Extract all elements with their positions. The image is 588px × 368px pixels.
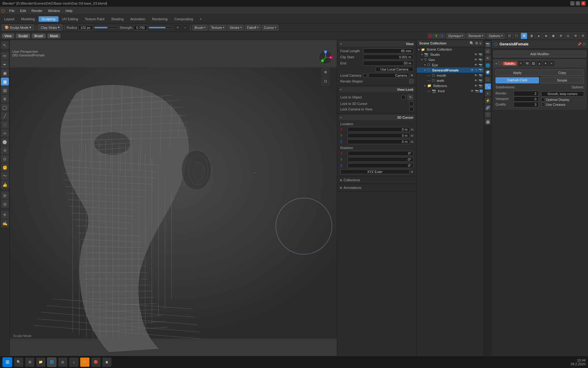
taskbar-taskview[interactable]: ⊟: [25, 358, 34, 367]
geo-render[interactable]: 📷: [478, 58, 483, 62]
tool-grab[interactable]: ✊: [1, 163, 9, 171]
taskbar-edge[interactable]: 🌐: [47, 358, 56, 367]
strength-slider[interactable]: [149, 27, 173, 29]
taskbar-app3[interactable]: ◉: [102, 358, 111, 367]
lock-object-check[interactable]: [401, 95, 405, 99]
taskbar-spotify[interactable]: ♪: [69, 358, 78, 367]
tool-blob[interactable]: ◯: [1, 103, 9, 111]
pp-world[interactable]: 🌍: [485, 69, 491, 75]
end-value[interactable]: 50 m: [363, 61, 413, 66]
workspace-add[interactable]: +: [197, 16, 205, 22]
modifier-visibility-check[interactable]: [498, 62, 501, 65]
tool-layer[interactable]: ▤: [1, 86, 9, 94]
view-lock-header[interactable]: ▾ View Lock: [339, 87, 415, 92]
workspace-modeling[interactable]: Modeling: [18, 16, 38, 22]
cursor-header[interactable]: ▾ 3D Cursor: [339, 115, 415, 120]
viewport-value[interactable]: 0: [514, 96, 539, 102]
tool-grab2[interactable]: ◎: [1, 200, 9, 208]
lock-cursor-check[interactable]: [409, 102, 413, 106]
workspace-animation[interactable]: Animation: [127, 16, 149, 22]
falloff-dropdown[interactable]: Falloff: [245, 25, 261, 30]
options-btn[interactable]: Options: [487, 33, 505, 39]
scene-search[interactable]: 🔍: [469, 41, 474, 45]
tool-select[interactable]: ↖: [1, 41, 9, 49]
vp-icon-7[interactable]: ◉: [550, 33, 557, 39]
smooth-corners-btn[interactable]: Smooth, keep corners: [541, 91, 584, 97]
outliner-front[interactable]: — 📷 front 👁 📷: [417, 88, 484, 94]
taskbar-chrome[interactable]: ◎: [58, 358, 67, 367]
vp-icon-2[interactable]: ⬡: [513, 33, 520, 39]
scene-menu[interactable]: ≡: [479, 41, 481, 45]
optimal-display-check[interactable]: [541, 98, 545, 102]
strength-field[interactable]: 0.700: [134, 25, 147, 30]
vp-icon-11[interactable]: ⊜: [579, 33, 586, 39]
mod-close[interactable]: ✕: [549, 61, 554, 66]
front-render[interactable]: 📷: [475, 89, 479, 93]
ref-render[interactable]: 📷: [478, 84, 483, 88]
mod-edit-mode[interactable]: ✎: [518, 61, 524, 66]
add-modifier-button[interactable]: Add Modifier: [493, 51, 586, 57]
pp-material[interactable]: ⬤: [485, 119, 491, 125]
geo-eye[interactable]: 👁: [474, 58, 478, 62]
workspace-compositing[interactable]: Compositing: [171, 16, 196, 22]
viewport-3d[interactable]: User Perspective (95) Genesis8Female ‹ X…: [10, 40, 337, 366]
ref-eye[interactable]: 👁: [474, 84, 478, 88]
mouth-render[interactable]: 📷: [478, 73, 483, 77]
camera-close[interactable]: ✕: [410, 73, 413, 78]
genesis-eye[interactable]: 👁: [470, 68, 474, 72]
vp-icon-8[interactable]: ⊕: [557, 33, 564, 39]
clip-start-value[interactable]: 0.001 m: [363, 55, 413, 59]
render-region-toggle[interactable]: [409, 79, 413, 83]
tool-transform[interactable]: ✛: [1, 211, 9, 219]
dyntopo-btn[interactable]: Dyntopo: [446, 33, 465, 39]
cursor-z[interactable]: 0 m: [348, 139, 410, 144]
cursor-ry[interactable]: -0°: [348, 157, 413, 162]
vp-icon-9[interactable]: ◎: [565, 33, 571, 39]
sculpt-tab-sculpt[interactable]: Sculpt: [16, 33, 30, 38]
mod-render[interactable]: 🖼: [530, 61, 536, 66]
studio-eye[interactable]: 👁: [474, 52, 478, 56]
tool-fill[interactable]: ⬤: [1, 138, 9, 146]
brush-selector[interactable]: Clay Strips ▾: [38, 25, 62, 30]
front-eye[interactable]: 👁: [470, 89, 474, 93]
view-header[interactable]: ▾ View: [339, 41, 415, 47]
workspace-rendering[interactable]: Rendering: [149, 16, 171, 22]
workspace-uv-editing[interactable]: UV Editing: [59, 16, 81, 22]
texture-dropdown[interactable]: Texture: [209, 25, 226, 30]
mod-down[interactable]: ▼: [543, 61, 548, 66]
workspace-layout[interactable]: Layout: [1, 16, 17, 22]
axis-widget[interactable]: X Y Z: [317, 49, 334, 66]
use-creases-check[interactable]: [541, 103, 545, 106]
tool-draw2[interactable]: ✒: [1, 60, 9, 68]
tool-snake[interactable]: 〜: [1, 172, 9, 180]
pp-output[interactable]: 🖨: [485, 48, 491, 54]
axis-y[interactable]: Y: [434, 34, 439, 38]
apply-button[interactable]: Apply: [496, 69, 539, 76]
cursor-rz[interactable]: 0°: [348, 163, 413, 168]
zoom-icon[interactable]: ⊕: [322, 68, 330, 76]
pp-scene[interactable]: 🌐: [485, 62, 491, 68]
sculpt-tab-brush[interactable]: Brush: [32, 33, 46, 38]
tool-pinch[interactable]: ⊙: [1, 155, 9, 163]
simple-button[interactable]: Simple: [540, 77, 584, 83]
lock-object-eyedropper[interactable]: ✎: [407, 94, 413, 100]
vp-icon-4[interactable]: ◑: [528, 33, 535, 39]
outliner-referens[interactable]: ▾ 📁 Referens 👁 📷: [417, 83, 484, 88]
outliner-studio[interactable]: ▾ 📷 Studio 👁 📷: [417, 52, 484, 57]
workspace-sculpting[interactable]: Sculpting: [39, 16, 58, 22]
vp-icon-1[interactable]: ⊡: [506, 33, 513, 39]
tool-clay-strips[interactable]: ▦: [1, 78, 9, 86]
props-expand[interactable]: ⬡: [582, 42, 586, 46]
tool-crease[interactable]: ╱: [1, 112, 9, 120]
props-pin[interactable]: 📌: [577, 42, 582, 46]
cursor-y[interactable]: 0 m: [348, 133, 410, 138]
brush-dropdown[interactable]: Brush: [192, 25, 208, 30]
stroke-dropdown[interactable]: Stroke: [228, 25, 244, 30]
use-local-camera-btn[interactable]: Use Local Camera: [375, 67, 414, 72]
tool-annotate[interactable]: ✍: [1, 219, 9, 227]
tool-scrape[interactable]: ⧄: [1, 146, 9, 154]
remesh-btn[interactable]: Remesh: [466, 33, 485, 39]
tool-inflate[interactable]: ⊛: [1, 95, 9, 103]
radius-slider[interactable]: [94, 27, 119, 29]
pp-constraints[interactable]: 🔗: [485, 105, 491, 111]
